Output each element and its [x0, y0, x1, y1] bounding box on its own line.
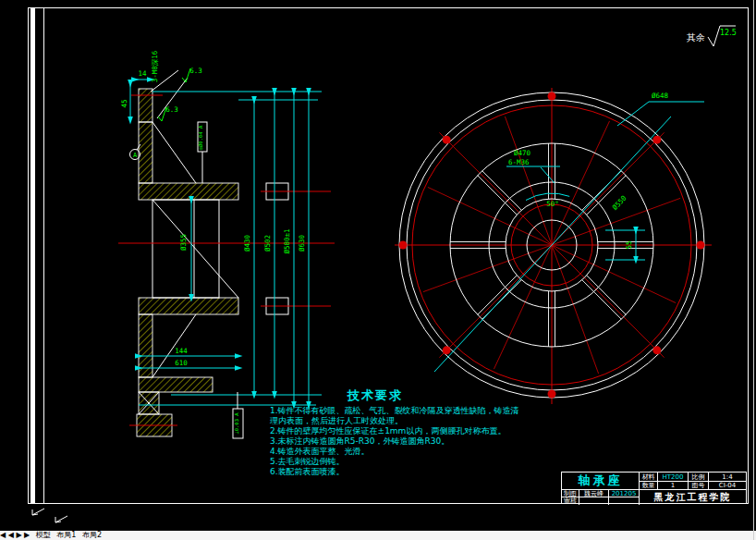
- dim-610-label: 610: [175, 359, 188, 367]
- tech-line: 3.未标注内铸造圆角R5-R30，外铸造圆角R30。: [270, 436, 481, 447]
- layout-tab-bar: ◀ ◀ ▶ ▶ 模型 布局1 布局2: [0, 531, 756, 540]
- tech-line: 1.铸件不得有砂眼、疏松、气孔、裂纹和冷隔及穿透性缺陷，铸造清: [270, 406, 481, 416]
- dim-d580-label: Ø580±1: [283, 228, 291, 253]
- checker-label: 审核: [562, 497, 579, 505]
- part-name: 轴承座: [562, 472, 640, 490]
- dim-outer-dia-label: Ø648: [652, 92, 669, 100]
- dim-d502-label: Ø502: [263, 235, 272, 252]
- tab-layout1[interactable]: 布局1: [56, 531, 76, 539]
- dim-bolt-circle-label: Ø550: [611, 193, 628, 212]
- section-dim-lines: [130, 80, 322, 405]
- roughness-1-label: 6.3: [189, 67, 202, 75]
- tech-requirements: 技术要求 1.铸件不得有砂眼、疏松、气孔、裂纹和冷隔及穿透性缺陷，铸造清 理内表…: [270, 387, 481, 477]
- surface-note-label: 其余: [687, 32, 705, 43]
- tech-requirements-title: 技术要求: [270, 387, 481, 404]
- tech-line: 2.铸件的壁厚均匀性应保证在±1mm以内，两侧腰孔对称布置。: [270, 426, 481, 436]
- checker-date: [609, 497, 640, 505]
- dim-rib-label: 55: [625, 240, 633, 249]
- dim-14-label: 14: [138, 69, 147, 78]
- surface-note-value: 12.5: [720, 29, 737, 37]
- scale-label: 比例: [689, 472, 709, 482]
- surface-roughness-note: 其余 12.5: [687, 26, 737, 46]
- scale-value: 1:4: [709, 472, 746, 482]
- dim-thread-label: 3-M8深16: [151, 50, 159, 82]
- window-edge: [753, 0, 754, 540]
- datum-a-label: A: [133, 152, 138, 159]
- tech-line: 理内表面，然后进行人工时效处理。: [270, 416, 481, 426]
- tab-model[interactable]: 模型: [36, 531, 51, 539]
- dwgno-label: 图号: [689, 482, 709, 490]
- dim-d430-label: Ø430: [243, 234, 251, 252]
- qty-label: 数量: [640, 482, 658, 490]
- fcf-2-label: ⊥0.03 A: [234, 412, 239, 435]
- dim-small-dia-label: Ø470: [514, 149, 531, 157]
- tab-nav-arrows[interactable]: ◀ ◀ ▶ ▶: [0, 531, 30, 539]
- material-label: 材料: [640, 472, 658, 482]
- front-view: [395, 88, 712, 404]
- section-view: 14 45 3-M8深16 6.3 6.3 Ø355 Ø430 Ø502 Ø58…: [118, 50, 335, 438]
- dim-bore-label: Ø355: [179, 234, 188, 251]
- tech-line: 4.铸造外表面平整、光滑。: [270, 447, 481, 457]
- qty-value: 1: [658, 482, 689, 490]
- checker-name: [579, 497, 609, 505]
- roughness-2-label: 6.3: [165, 105, 178, 114]
- drafter-date: 201205: [609, 490, 640, 497]
- organization-name: 黑龙江工程学院: [640, 490, 746, 505]
- drafter-name: 魏云峰: [579, 490, 609, 497]
- tech-line: 5.去毛刺锐边倒钝。: [270, 457, 481, 467]
- front-view-annotations: Ø648 Ø550 Ø470 6-M36 50° 55: [434, 92, 704, 372]
- dim-angle-label: 50°: [546, 200, 559, 208]
- title-block: 轴承座 材料 HT200 比例 1:4 数量 1 图号 CI-04 制图 魏云峰…: [561, 472, 747, 504]
- dwgno-value: CI-04: [709, 482, 746, 490]
- dim-45-label: 45: [120, 99, 128, 107]
- plot-corner-arrows: [32, 509, 67, 522]
- material-value: HT200: [658, 472, 689, 482]
- drafter-label: 制图: [562, 490, 579, 497]
- dim-thread-m36-label: 6-M36: [508, 158, 530, 166]
- tab-layout2[interactable]: 布局2: [82, 531, 102, 539]
- fcf-1-label: ◎Ø0.04 A: [198, 125, 203, 150]
- dim-d630-label: Ø630: [298, 234, 306, 252]
- dim-144-label: 144: [175, 347, 188, 355]
- tech-line: 6.装配前表面喷漆。: [270, 467, 481, 477]
- cad-window[interactable]: 其余 12.5: [0, 0, 756, 540]
